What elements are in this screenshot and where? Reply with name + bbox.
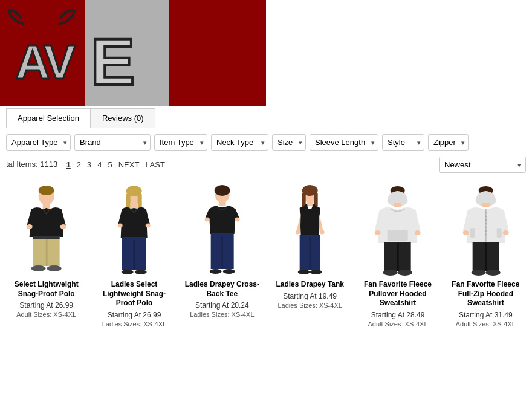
svg-point-23 (135, 270, 147, 274)
product-card-2[interactable]: Ladies Select Lightweight Snag-Proof Pol… (94, 183, 174, 328)
main-content: Apparel Selection Reviews (0) Apparel Ty… (0, 108, 532, 332)
product-image-5 (357, 183, 438, 276)
page-4-link[interactable]: 4 (96, 160, 103, 170)
product-name-3: Ladies Drapey Cross-Back Tee (182, 280, 262, 299)
sort-select[interactable]: Newest Price: Low to High Price: High to… (439, 157, 526, 173)
product-price-4: Starting At 19.49 (283, 292, 337, 300)
total-items: tal Items: 1113 1 2 3 4 5 NEXT LAST (6, 160, 167, 170)
svg-point-71 (471, 270, 485, 276)
svg-point-6 (27, 224, 33, 229)
total-items-text: tal Items: 1113 (6, 160, 57, 169)
svg-rect-39 (313, 204, 316, 209)
brand-filter-wrapper: Brand Sport-Tek Port & Company Nike Unde… (74, 134, 151, 151)
svg-point-18 (118, 224, 123, 228)
tab-apparel-selection[interactable]: Apparel Selection (6, 108, 91, 128)
product-image-2 (94, 183, 174, 276)
product-name-1: Select Lightweight Snag-Proof Polo (6, 280, 86, 299)
svg-rect-53 (397, 243, 399, 271)
svg-point-31 (209, 269, 221, 274)
svg-point-25 (214, 185, 230, 196)
brand-select[interactable]: Brand Sport-Tek Port & Company Nike Unde… (74, 134, 151, 151)
svg-point-45 (310, 270, 322, 274)
product-name-6: Fan Favorite Fleece Full-Zip Hooded Swea… (446, 280, 526, 308)
product-price-2: Starting At 26.99 (108, 311, 161, 319)
product-image-6 (446, 183, 526, 276)
size-filter-wrapper: Size XSSML XL2XL3XL4XL (272, 134, 306, 151)
page-2-link[interactable]: 2 (75, 160, 83, 170)
svg-point-12 (47, 265, 62, 271)
product-sizes-6: Adult Sizes: XS-4XL (456, 320, 516, 328)
svg-point-4 (39, 186, 54, 195)
page-5-link[interactable]: 5 (106, 160, 114, 170)
page-next-link[interactable]: NEXT (117, 160, 141, 170)
svg-point-11 (31, 265, 46, 271)
svg-rect-58 (482, 203, 489, 207)
filters-row: Apparel Type Shirts Sweatshirts Jackets … (6, 128, 526, 154)
tabs-bar: Apparel Selection Reviews (0) (6, 108, 526, 128)
svg-rect-10 (46, 239, 48, 266)
product-sizes-1: Adult Sizes: XS-4XL (16, 311, 76, 318)
logo-right-svg: E (88, 6, 166, 100)
hero-logo: AV E (0, 0, 169, 106)
svg-point-51 (415, 230, 421, 235)
svg-rect-26 (218, 201, 225, 206)
style-filter-wrapper: Style Ladies Men's Youth Unisex (382, 134, 424, 151)
size-select[interactable]: Size XSSML XL2XL3XL4XL (272, 134, 306, 151)
product-price-5: Starting At 28.49 (371, 311, 425, 319)
page-1-link[interactable]: 1 (65, 160, 73, 170)
svg-point-68 (502, 230, 508, 235)
svg-rect-30 (221, 236, 222, 269)
svg-text:E: E (91, 24, 135, 99)
sleeve-length-filter-wrapper: Sleeve Length Short Sleeve Long Sleeve S… (310, 134, 378, 151)
svg-rect-43 (310, 237, 311, 270)
svg-point-60 (485, 212, 486, 213)
sort-wrapper: Newest Price: Low to High Price: High to… (439, 157, 526, 173)
item-type-select[interactable]: Item Type Polo T-Shirt Hoodie Jacket (154, 134, 207, 151)
svg-point-22 (122, 270, 134, 274)
svg-point-67 (462, 230, 469, 235)
product-name-4: Ladies Drapey Tank (276, 280, 344, 290)
svg-point-50 (375, 230, 381, 235)
svg-point-28 (235, 218, 239, 222)
svg-point-61 (485, 216, 486, 217)
page-3-link[interactable]: 3 (85, 160, 93, 170)
svg-point-66 (485, 234, 486, 235)
product-name-5: Fan Favorite Fleece Pullover Hooded Swea… (357, 280, 438, 308)
product-price-1: Starting At 26.99 (19, 301, 73, 310)
svg-rect-38 (305, 204, 308, 209)
apparel-type-select[interactable]: Apparel Type Shirts Sweatshirts Jackets … (6, 134, 71, 151)
product-sizes-3: Ladies Sizes: XS-4XL (190, 311, 254, 318)
svg-rect-48 (394, 203, 401, 207)
svg-text:AV: AV (15, 35, 76, 89)
svg-point-72 (485, 270, 500, 276)
sleeve-length-select[interactable]: Sleeve Length Short Sleeve Long Sleeve S… (310, 134, 378, 151)
product-card-5[interactable]: Fan Favorite Fleece Pullover Hooded Swea… (357, 183, 438, 328)
zipper-select[interactable]: Zipper Yes No (428, 134, 469, 151)
svg-point-32 (222, 269, 235, 274)
svg-point-41 (320, 230, 325, 235)
hero-banner: AV E (0, 0, 266, 106)
product-card-4[interactable]: Ladies Drapey Tank Starting At 19.49 Lad… (270, 183, 350, 328)
page-links: 1 2 3 4 5 NEXT LAST (60, 160, 167, 170)
product-card-1[interactable]: Select Lightweight Snag-Proof Polo Start… (6, 183, 86, 328)
product-card-6[interactable]: Fan Favorite Fleece Full-Zip Hooded Swea… (446, 183, 526, 328)
product-grid: Select Lightweight Snag-Proof Polo Start… (6, 178, 526, 332)
product-image-4 (270, 183, 350, 276)
svg-point-7 (60, 224, 66, 229)
product-sizes-2: Ladies Sizes: XS-4XL (102, 320, 166, 328)
svg-point-44 (298, 270, 310, 274)
tab-reviews[interactable]: Reviews (0) (91, 108, 155, 128)
product-image-3 (182, 183, 262, 276)
product-card-3[interactable]: Ladies Drapey Cross-Back Tee Starting At… (182, 183, 262, 328)
neck-type-filter-wrapper: Neck Type V-Neck Crew Neck Mock Neck (211, 134, 268, 151)
svg-rect-17 (131, 203, 138, 208)
svg-point-63 (485, 223, 486, 224)
page-last-link[interactable]: LAST (143, 160, 167, 170)
svg-point-62 (485, 219, 486, 221)
neck-type-select[interactable]: Neck Type V-Neck Crew Neck Mock Neck (211, 134, 268, 151)
svg-point-65 (485, 230, 486, 232)
svg-rect-49 (388, 230, 408, 241)
style-select[interactable]: Style Ladies Men's Youth Unisex (382, 134, 424, 151)
logo-left-svg: AV (3, 6, 82, 100)
svg-point-19 (146, 224, 151, 228)
